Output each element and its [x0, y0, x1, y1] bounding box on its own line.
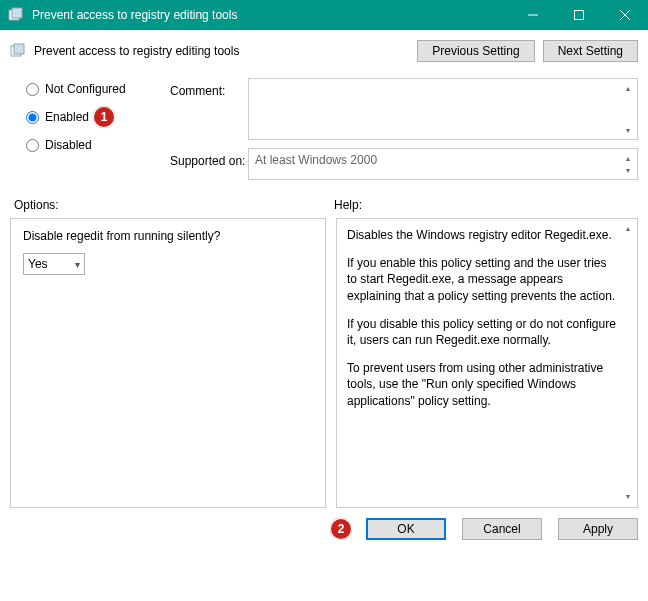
radio-enabled[interactable]: Enabled 1 — [10, 106, 170, 128]
svg-rect-3 — [575, 11, 584, 20]
scroll-down-icon[interactable]: ▾ — [621, 490, 635, 504]
scroll-down-icon[interactable]: ▾ — [621, 123, 635, 137]
next-setting-button[interactable]: Next Setting — [543, 40, 638, 62]
radio-not-configured-label: Not Configured — [45, 82, 126, 96]
supported-on-value: At least Windows 2000 — [255, 153, 377, 167]
radio-enabled-label: Enabled — [45, 110, 89, 124]
supported-on-label: Supported on: — [170, 148, 248, 168]
radio-disabled[interactable]: Disabled — [10, 138, 170, 152]
radio-enabled-input[interactable] — [26, 111, 39, 124]
options-label: Options: — [10, 198, 330, 212]
previous-setting-button[interactable]: Previous Setting — [417, 40, 534, 62]
scroll-up-icon[interactable]: ▴ — [621, 222, 635, 236]
annotation-badge-2: 2 — [330, 518, 352, 540]
policy-icon — [10, 43, 26, 59]
help-text: If you disable this policy setting or do… — [347, 316, 619, 348]
svg-rect-7 — [14, 44, 24, 54]
help-text: If you enable this policy setting and th… — [347, 255, 619, 304]
policy-title: Prevent access to registry editing tools — [34, 44, 409, 58]
radio-not-configured-input[interactable] — [26, 83, 39, 96]
option-disable-silent-select[interactable]: Yes ▾ — [23, 253, 85, 275]
supported-on-textbox: At least Windows 2000 ▴ ▾ — [248, 148, 638, 180]
radio-not-configured[interactable]: Not Configured — [10, 82, 170, 96]
ok-button[interactable]: OK — [366, 518, 446, 540]
help-label: Help: — [330, 198, 638, 212]
help-text: To prevent users from using other admini… — [347, 360, 619, 409]
option-disable-silent-label: Disable regedit from running silently? — [23, 229, 313, 243]
radio-disabled-input[interactable] — [26, 139, 39, 152]
option-disable-silent-value: Yes — [28, 257, 48, 271]
cancel-button[interactable]: Cancel — [462, 518, 542, 540]
scroll-down-icon[interactable]: ▾ — [621, 163, 635, 177]
comment-textbox[interactable]: ▴ ▾ — [248, 78, 638, 140]
close-button[interactable] — [602, 0, 648, 30]
minimize-button[interactable] — [510, 0, 556, 30]
annotation-badge-1: 1 — [93, 106, 115, 128]
window-title: Prevent access to registry editing tools — [32, 8, 510, 22]
help-text: Disables the Windows registry editor Reg… — [347, 227, 619, 243]
comment-label: Comment: — [170, 78, 248, 140]
chevron-down-icon: ▾ — [75, 259, 80, 270]
apply-button[interactable]: Apply — [558, 518, 638, 540]
options-panel: Disable regedit from running silently? Y… — [10, 218, 326, 508]
maximize-button[interactable] — [556, 0, 602, 30]
svg-rect-1 — [12, 8, 22, 18]
radio-disabled-label: Disabled — [45, 138, 92, 152]
help-panel: Disables the Windows registry editor Reg… — [336, 218, 638, 508]
policy-icon — [8, 7, 24, 23]
titlebar: Prevent access to registry editing tools — [0, 0, 648, 30]
scroll-up-icon[interactable]: ▴ — [621, 81, 635, 95]
